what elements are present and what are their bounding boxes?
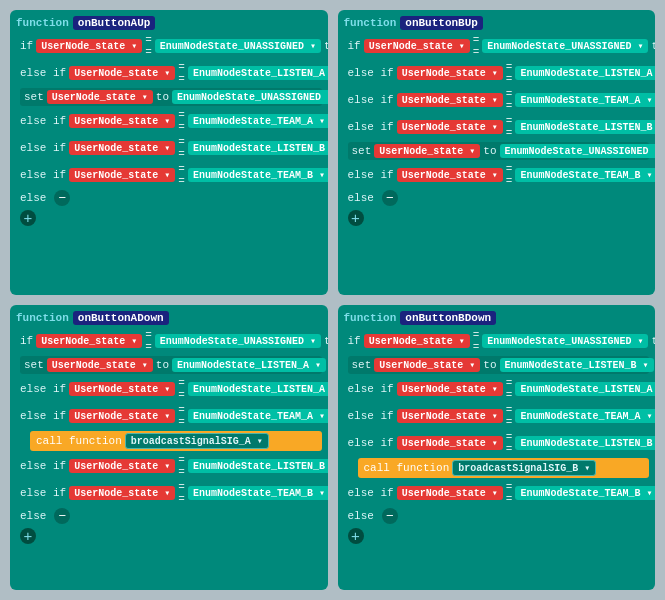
keyword-to: to (483, 145, 496, 157)
bottom-bar: + (16, 210, 322, 226)
state-pill[interactable]: UserNode_state ▾ (364, 39, 470, 53)
state-pill[interactable]: UserNode_state ▾ (397, 66, 503, 80)
value-pill[interactable]: EnumNodeState_TEAM_B ▾ (515, 168, 655, 182)
state-pill[interactable]: UserNode_state ▾ (397, 93, 503, 107)
elseif-row: else ifUserNode_state ▾= =EnumNodeState_… (344, 481, 650, 505)
operator: = = (506, 431, 513, 455)
set-row: setUserNode_state ▾toEnumNodeState_UNASS… (20, 88, 322, 106)
value-pill[interactable]: EnumNodeState_TEAM_A ▾ (515, 93, 655, 107)
elseif-row: else ifUserNode_state ▾= =EnumNodeState_… (344, 88, 650, 112)
value-pill[interactable]: EnumNodeState_LISTEN_A ▾ (515, 66, 655, 80)
else-row: else− (344, 190, 650, 206)
call-row: call functionbroadcastSignalSIG_B ▾ (358, 458, 650, 478)
value-pill[interactable]: EnumNodeState_LISTEN_A ▾ (515, 382, 655, 396)
state-pill[interactable]: UserNode_state ▾ (69, 486, 175, 500)
state-pill[interactable]: UserNode_state ▾ (374, 358, 480, 372)
state-pill[interactable]: UserNode_state ▾ (69, 382, 175, 396)
value-pill[interactable]: EnumNodeState_TEAM_B ▾ (188, 168, 328, 182)
state-pill[interactable]: UserNode_state ▾ (36, 334, 142, 348)
state-pill[interactable]: UserNode_state ▾ (69, 141, 175, 155)
elseif-row: else ifUserNode_state ▾= =EnumNodeState_… (16, 454, 322, 478)
call-fn-pill[interactable]: broadcastSignalSIG_A ▾ (125, 433, 269, 449)
value-pill[interactable]: EnumNodeState_LISTEN_A ▾ (188, 66, 328, 80)
keyword-elseif: else if (348, 121, 394, 133)
value-pill[interactable]: EnumNodeState_TEAM_A ▾ (188, 114, 328, 128)
function-header: functiononButtonADown (16, 311, 322, 325)
value-pill[interactable]: EnumNodeState_LISTEN_B ▾ (188, 459, 328, 473)
state-pill[interactable]: UserNode_state ▾ (374, 144, 480, 158)
elseif-row: else ifUserNode_state ▾= =EnumNodeState_… (16, 163, 322, 187)
elseif-row: else ifUserNode_state ▾= =EnumNodeState_… (16, 377, 322, 401)
state-pill[interactable]: UserNode_state ▾ (47, 358, 153, 372)
operator: = = (145, 329, 152, 353)
block-onButtonADown: functiononButtonADownifUserNode_state ▾=… (10, 305, 328, 590)
value-pill[interactable]: EnumNodeState_TEAM_B ▾ (188, 486, 328, 500)
state-pill[interactable]: UserNode_state ▾ (397, 486, 503, 500)
main-grid: functiononButtonAUpifUserNode_state ▾= =… (0, 0, 665, 600)
call-fn-pill[interactable]: broadcastSignalSIG_B ▾ (452, 460, 596, 476)
value-pill[interactable]: EnumNodeState_UNASSIGNED ▾ (155, 39, 321, 53)
state-pill[interactable]: UserNode_state ▾ (69, 409, 175, 423)
keyword-if: if (348, 40, 361, 52)
value-pill[interactable]: EnumNodeState_LISTEN_B ▾ (515, 120, 655, 134)
value-pill[interactable]: EnumNodeState_TEAM_A ▾ (515, 409, 655, 423)
value-pill[interactable]: EnumNodeState_LISTEN_B ▾ (188, 141, 328, 155)
minus-button[interactable]: − (382, 190, 398, 206)
keyword-elseif: else if (20, 383, 66, 395)
keyword-elseif: else if (20, 410, 66, 422)
to-value-pill[interactable]: EnumNodeState_LISTEN_B ▾ (500, 358, 654, 372)
value-pill[interactable]: EnumNodeState_UNASSIGNED ▾ (482, 334, 648, 348)
elseif-row: else ifUserNode_state ▾= =EnumNodeState_… (16, 136, 322, 160)
keyword-elseif: else if (348, 437, 394, 449)
state-pill[interactable]: UserNode_state ▾ (397, 120, 503, 134)
operator: = = (506, 163, 513, 187)
value-pill[interactable]: EnumNodeState_UNASSIGNED ▾ (155, 334, 321, 348)
state-pill[interactable]: UserNode_state ▾ (69, 114, 175, 128)
to-value-pill[interactable]: EnumNodeState_UNASSIGNED ▾ (500, 144, 655, 158)
value-pill[interactable]: EnumNodeState_LISTEN_B ▾ (515, 436, 655, 450)
keyword-if: if (20, 335, 33, 347)
set-row: setUserNode_state ▾toEnumNodeState_UNASS… (348, 142, 650, 160)
state-pill[interactable]: UserNode_state ▾ (47, 90, 153, 104)
keyword-elseif: else if (348, 169, 394, 181)
if-row: ifUserNode_state ▾= =EnumNodeState_UNASS… (344, 329, 650, 353)
plus-button[interactable]: + (20, 528, 36, 544)
minus-button[interactable]: − (54, 508, 70, 524)
elseif-row: else ifUserNode_state ▾= =EnumNodeState_… (344, 377, 650, 401)
minus-button[interactable]: − (54, 190, 70, 206)
plus-button[interactable]: + (20, 210, 36, 226)
plus-button[interactable]: + (348, 528, 364, 544)
value-pill[interactable]: EnumNodeState_TEAM_B ▾ (515, 486, 655, 500)
keyword-else: else (348, 510, 374, 522)
state-pill[interactable]: UserNode_state ▾ (69, 168, 175, 182)
value-pill[interactable]: EnumNodeState_TEAM_A ▾ (188, 409, 328, 423)
keyword-then: then (324, 40, 328, 52)
to-value-pill[interactable]: EnumNodeState_UNASSIGNED ▾ (172, 90, 327, 104)
state-pill[interactable]: UserNode_state ▾ (397, 382, 503, 396)
call-row: call functionbroadcastSignalSIG_A ▾ (30, 431, 322, 451)
else-row: else− (16, 508, 322, 524)
state-pill[interactable]: UserNode_state ▾ (364, 334, 470, 348)
state-pill[interactable]: UserNode_state ▾ (36, 39, 142, 53)
minus-button[interactable]: − (382, 508, 398, 524)
plus-button[interactable]: + (348, 210, 364, 226)
keyword-then: then (651, 40, 655, 52)
keyword-elseif: else if (20, 169, 66, 181)
keyword-else: else (348, 192, 374, 204)
to-value-pill[interactable]: EnumNodeState_LISTEN_A ▾ (172, 358, 326, 372)
value-pill[interactable]: EnumNodeState_UNASSIGNED ▾ (482, 39, 648, 53)
operator: = = (506, 115, 513, 139)
state-pill[interactable]: UserNode_state ▾ (397, 168, 503, 182)
function-name: onButtonBUp (400, 16, 483, 30)
state-pill[interactable]: UserNode_state ▾ (397, 436, 503, 450)
state-pill[interactable]: UserNode_state ▾ (397, 409, 503, 423)
elseif-row: else ifUserNode_state ▾= =EnumNodeState_… (16, 481, 322, 505)
state-pill[interactable]: UserNode_state ▾ (69, 459, 175, 473)
state-pill[interactable]: UserNode_state ▾ (69, 66, 175, 80)
elseif-row: else ifUserNode_state ▾= =EnumNodeState_… (16, 61, 322, 85)
operator: = = (178, 163, 185, 187)
value-pill[interactable]: EnumNodeState_LISTEN_A ▾ (188, 382, 328, 396)
function-name: onButtonAUp (73, 16, 156, 30)
operator: = = (473, 329, 480, 353)
operator: = = (178, 109, 185, 133)
